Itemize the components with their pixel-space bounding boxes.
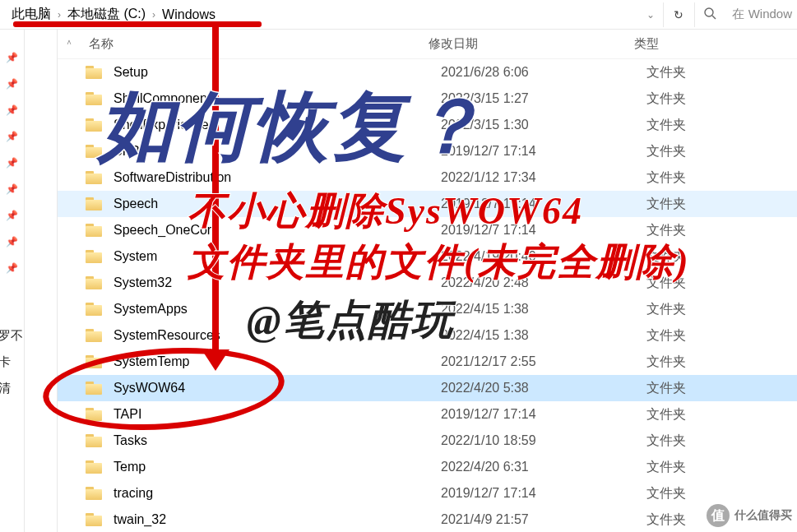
search-icon bbox=[703, 7, 716, 22]
file-name: Temp bbox=[114, 460, 441, 474]
file-name: SystemTemp bbox=[114, 354, 441, 369]
pin-icon: 📌 bbox=[0, 150, 24, 176]
crumb-windows[interactable]: Windows bbox=[162, 7, 215, 22]
column-name-header[interactable]: 名称 bbox=[86, 36, 429, 52]
pin-icon: 📌 bbox=[0, 202, 24, 229]
chevron-right-icon[interactable]: › bbox=[58, 9, 61, 21]
sidebar-fragment: 清 bbox=[0, 375, 23, 401]
file-date: 2019/12/7 17:14 bbox=[441, 197, 646, 211]
up-caret-icon[interactable]: ＾ bbox=[64, 37, 86, 51]
file-type: 文件夹 bbox=[646, 169, 797, 187]
folder-icon bbox=[86, 143, 102, 160]
folder-icon bbox=[86, 196, 102, 212]
file-row[interactable]: twain_322021/4/9 21:57文件夹 bbox=[58, 507, 797, 532]
folder-icon bbox=[86, 275, 102, 291]
columns-header: ＾ 名称 修改日期 类型 bbox=[58, 30, 797, 59]
file-name: ShellExperiences bbox=[114, 118, 441, 132]
file-row[interactable]: SoftwareDistribution2022/1/12 17:34文件夹 bbox=[58, 164, 797, 191]
file-type: 文件夹 bbox=[646, 406, 797, 423]
folder-icon bbox=[86, 485, 102, 502]
file-row[interactable]: System2022/4/19 20:40文件夹 bbox=[58, 243, 797, 270]
chevron-right-icon[interactable]: › bbox=[152, 9, 155, 21]
file-row[interactable]: ShellComponents2022/3/15 1:27文件夹 bbox=[58, 86, 797, 112]
file-type: 文件夹 bbox=[646, 248, 797, 266]
file-date: 2019/12/7 17:14 bbox=[441, 486, 646, 501]
sidebar-fragments: 罗不 卡 清 bbox=[0, 322, 23, 401]
file-type: 文件夹 bbox=[646, 327, 797, 345]
folder-icon bbox=[86, 90, 102, 107]
file-row[interactable]: Tasks2022/1/10 18:59文件夹 bbox=[58, 428, 797, 454]
file-type: 文件夹 bbox=[646, 275, 797, 292]
file-type: 文件夹 bbox=[646, 354, 797, 371]
file-type: 文件夹 bbox=[646, 196, 797, 213]
file-name: tracing bbox=[114, 486, 441, 501]
crumb-drive-c[interactable]: 本地磁盘 (C:) bbox=[67, 6, 146, 23]
file-date: 2022/4/19 20:40 bbox=[441, 249, 646, 264]
folder-icon bbox=[86, 301, 102, 317]
file-name: ShellComponents bbox=[114, 91, 441, 106]
file-row[interactable]: SysWOW642022/4/20 5:38文件夹 bbox=[58, 375, 797, 401]
file-row[interactable]: Setup2021/6/28 6:06文件夹 bbox=[58, 59, 797, 86]
address-bar: 此电脑 › 本地磁盘 (C:) › Windows ⌄ ↻ 在 Window bbox=[0, 0, 797, 30]
file-date: 2022/4/15 1:38 bbox=[441, 302, 646, 317]
file-date: 2022/1/12 17:34 bbox=[441, 170, 646, 185]
crumb-this-pc[interactable]: 此电脑 bbox=[12, 6, 51, 23]
file-list: Setup2021/6/28 6:06文件夹ShellComponents202… bbox=[58, 59, 797, 532]
folder-icon bbox=[86, 459, 102, 475]
file-type: 文件夹 bbox=[646, 301, 797, 318]
file-row[interactable]: Speech2019/12/7 17:14文件夹 bbox=[58, 191, 797, 217]
file-row[interactable]: SystemResources2022/4/15 1:38文件夹 bbox=[58, 322, 797, 349]
pin-icon: 📌 bbox=[0, 97, 24, 123]
file-date: 2021/12/17 2:55 bbox=[441, 354, 646, 369]
file-name: TAPI bbox=[114, 407, 441, 422]
file-row[interactable]: tracing2019/12/7 17:14文件夹 bbox=[58, 480, 797, 507]
file-date: 2022/3/15 1:27 bbox=[441, 91, 646, 106]
file-row[interactable]: TAPI2019/12/7 17:14文件夹 bbox=[58, 401, 797, 428]
file-name: Speech_OneCore bbox=[114, 223, 441, 238]
file-date: 2022/1/10 18:59 bbox=[441, 433, 646, 448]
content-area: 📌 📌 📌 📌 📌 📌 📌 📌 📌 ＾ 名称 修改日期 类型 Setup2021… bbox=[0, 30, 797, 532]
file-type: 文件夹 bbox=[646, 143, 797, 160]
folder-icon bbox=[86, 64, 102, 81]
file-date: 2022/4/20 6:31 bbox=[441, 460, 646, 474]
file-name: Setup bbox=[114, 65, 441, 80]
file-row[interactable]: Temp2022/4/20 6:31文件夹 bbox=[58, 454, 797, 480]
file-date: 2019/12/7 17:14 bbox=[441, 223, 646, 238]
file-row[interactable]: ShellExperiences2022/3/15 1:30文件夹 bbox=[58, 112, 797, 138]
file-row[interactable]: SystemApps2022/4/15 1:38文件夹 bbox=[58, 296, 797, 322]
file-type: 文件夹 bbox=[646, 64, 797, 81]
file-row[interactable]: System322022/4/20 2:48文件夹 bbox=[58, 270, 797, 296]
folder-icon bbox=[86, 169, 102, 186]
svg-point-0 bbox=[705, 8, 713, 16]
file-type: 文件夹 bbox=[646, 433, 797, 450]
column-date-header[interactable]: 修改日期 bbox=[429, 36, 634, 52]
file-name: Speech bbox=[114, 197, 441, 211]
file-type: 文件夹 bbox=[646, 511, 797, 529]
folder-icon bbox=[86, 354, 102, 370]
breadcrumb[interactable]: 此电脑 › 本地磁盘 (C:) › Windows bbox=[5, 2, 638, 26]
refresh-icon: ↻ bbox=[674, 8, 683, 21]
tree-gutter bbox=[25, 30, 58, 532]
column-type-header[interactable]: 类型 bbox=[634, 36, 797, 52]
pin-icon: 📌 bbox=[0, 123, 24, 150]
file-name: twain_32 bbox=[114, 512, 441, 527]
file-row[interactable]: SystemTemp2021/12/17 2:55文件夹 bbox=[58, 349, 797, 375]
search-input[interactable]: 在 Window bbox=[725, 7, 792, 22]
sidebar-fragment: 罗不 bbox=[0, 322, 23, 349]
file-date: 2021/6/28 6:06 bbox=[441, 65, 646, 80]
file-row[interactable]: SKB2019/12/7 17:14文件夹 bbox=[58, 138, 797, 164]
quick-access-strip: 📌 📌 📌 📌 📌 📌 📌 📌 📌 bbox=[0, 30, 25, 532]
file-date: 2022/3/15 1:30 bbox=[441, 118, 646, 132]
pin-icon: 📌 bbox=[0, 255, 24, 281]
address-dropdown-icon[interactable]: ⌄ bbox=[640, 9, 661, 21]
search-button[interactable] bbox=[694, 2, 724, 27]
file-date: 2021/4/9 21:57 bbox=[441, 512, 646, 527]
folder-icon bbox=[86, 406, 102, 423]
refresh-button[interactable]: ↻ bbox=[663, 2, 693, 27]
pin-icon: 📌 bbox=[0, 176, 24, 202]
file-date: 2019/12/7 17:14 bbox=[441, 144, 646, 159]
file-name: Tasks bbox=[114, 433, 441, 448]
file-name: SoftwareDistribution bbox=[114, 170, 441, 185]
file-row[interactable]: Speech_OneCore2019/12/7 17:14文件夹 bbox=[58, 217, 797, 243]
file-type: 文件夹 bbox=[646, 380, 797, 397]
